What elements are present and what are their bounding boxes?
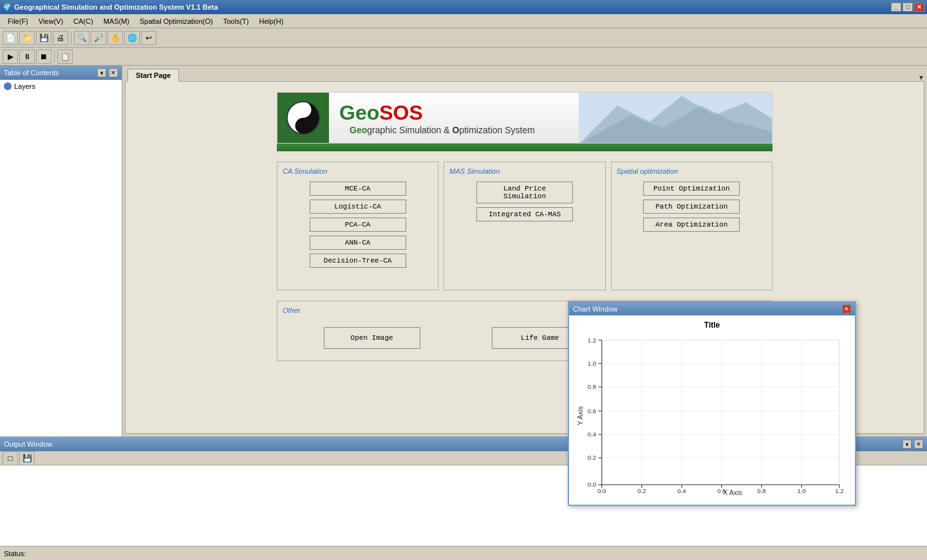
output-pin-button[interactable]: ♦ (903, 440, 912, 449)
layer-icon (4, 82, 12, 90)
toolbar-1: 📄📁💾🖨🔍🔎✋🌐↩ (0, 28, 927, 48)
open-image-button[interactable]: Open Image (324, 327, 420, 349)
ann-ca-button[interactable]: ANN-CA (310, 236, 406, 250)
logistic-ca-button[interactable]: Logistic-CA (310, 200, 406, 214)
close-button[interactable]: ✕ (914, 3, 924, 12)
new-btn[interactable]: 📄 (3, 31, 18, 45)
menu-bar: File(F)View(V)CA(C)MAS(M)Spatial Optimiz… (0, 14, 927, 28)
zoom-in-btn[interactable]: 🔍 (74, 31, 89, 45)
toolbar-sep (71, 32, 71, 44)
mas-simulation-title: MAS Simulation (449, 167, 599, 175)
toc-title: Table of Contents (4, 69, 59, 77)
yin-yang-icon (286, 101, 320, 135)
svg-text:0.6: 0.6 (717, 487, 726, 494)
maximize-button[interactable]: □ (903, 3, 913, 12)
pan-btn[interactable]: ✋ (108, 31, 123, 45)
toc-pin-button[interactable]: ♦ (97, 68, 106, 77)
menu-item-spatial[interactable]: Spatial Optimization(O) (135, 16, 218, 26)
back-btn[interactable]: ↩ (141, 31, 156, 45)
ca-simulation-title: CA Simulation (283, 167, 433, 175)
spatial-optimization-panel: Spatial optimization Point Optimization … (611, 162, 772, 290)
ca-simulation-panel: CA Simulation MCE-CA Logistic-CA PCA-CA … (277, 162, 438, 290)
chart-content: Title Y Axis X Axis (569, 315, 855, 505)
mce-ca-button[interactable]: MCE-CA (310, 182, 406, 196)
toc-layers-item: Layers (4, 82, 118, 90)
menu-item-help[interactable]: Help(H) (254, 16, 288, 26)
globe-btn[interactable]: 🌐 (124, 31, 140, 45)
banner-logo (277, 93, 329, 143)
status-bar: Status: (0, 546, 927, 560)
zoom-out-btn[interactable]: 🔎 (91, 31, 106, 45)
svg-text:1.0: 1.0 (588, 360, 596, 367)
toc-header-right: ♦ ✕ (97, 68, 118, 77)
svg-text:0.0: 0.0 (588, 481, 596, 488)
menu-item-tools[interactable]: Tools(T) (218, 16, 254, 26)
svg-text:0.0: 0.0 (597, 487, 606, 494)
spatial-optimization-title: Spatial optimization (617, 167, 767, 175)
chart-svg-container: Y Axis X Axis (574, 332, 850, 499)
output-toolbar-btn-1[interactable]: □ (3, 451, 18, 465)
svg-text:1.2: 1.2 (588, 337, 596, 344)
output-close-button[interactable]: ✕ (914, 440, 923, 449)
banner-title-text: GeoSOS (339, 101, 535, 125)
menu-item-view[interactable]: View(V) (33, 16, 68, 26)
output-header-right: ♦ ✕ (903, 440, 923, 449)
svg-text:0.2: 0.2 (588, 454, 596, 461)
open-btn[interactable]: 📁 (19, 31, 35, 45)
pca-ca-button[interactable]: PCA-CA (310, 218, 406, 232)
banner-sos: SOS (379, 101, 423, 124)
svg-point-2 (300, 123, 306, 129)
subtitle-opt: O (453, 125, 460, 135)
list-btn[interactable]: 📋 (57, 50, 73, 64)
svg-text:1.2: 1.2 (835, 487, 843, 494)
menu-item-ca[interactable]: CA(C) (68, 16, 98, 26)
land-price-button[interactable]: Land Price Simulation (476, 182, 573, 203)
toc-header: Table of Contents ♦ ✕ (0, 66, 122, 80)
point-optimization-button[interactable]: Point Optimization (643, 182, 740, 196)
mountain-svg (579, 93, 772, 143)
tab-strip: Start Page ▼ (122, 66, 927, 81)
svg-text:0.2: 0.2 (637, 487, 646, 494)
pause-btn[interactable]: ⏸ (19, 50, 35, 64)
tab-start-page[interactable]: Start Page (127, 69, 179, 82)
x-axis-label: X Axis (723, 489, 742, 496)
toc-close-button[interactable]: ✕ (109, 68, 118, 77)
chart-close-button[interactable]: ✕ (842, 304, 851, 313)
play-btn[interactable]: ▶ (3, 50, 18, 64)
decision-tree-ca-button[interactable]: Decision-Tree-CA (310, 254, 406, 268)
svg-point-1 (300, 107, 306, 113)
app-title: Geographical Simulation and Optimization… (14, 3, 218, 11)
minimize-button[interactable]: _ (891, 3, 901, 12)
toc-panel: Table of Contents ♦ ✕ Layers (0, 66, 122, 436)
banner-title: GeoSOS Geographic Simulation & Optimizat… (329, 93, 579, 143)
sections: CA Simulation MCE-CA Logistic-CA PCA-CA … (277, 162, 772, 290)
subtitle-graphic: graphic Simulation & (367, 125, 452, 135)
subtitle-rest: ptimization System (459, 125, 534, 135)
chart-title-bar: Chart Window ✕ (569, 303, 855, 315)
tab-right: ▼ (918, 74, 927, 81)
menu-item-mas[interactable]: MAS(M) (98, 16, 135, 26)
svg-rect-5 (602, 340, 839, 485)
save-btn[interactable]: 💾 (36, 31, 52, 45)
area-optimization-button[interactable]: Area Optimization (643, 218, 740, 232)
stop-btn[interactable]: ⏹ (36, 50, 52, 64)
toc-content: Layers (0, 80, 122, 436)
chart-window[interactable]: Chart Window ✕ Title Y Axis X Axis (568, 301, 856, 506)
title-bar: 🌍 Geographical Simulation and Optimizati… (0, 0, 927, 14)
y-axis-label: Y Axis (576, 406, 584, 425)
svg-text:0.4: 0.4 (588, 431, 597, 438)
app-icon: 🌍 (3, 3, 12, 12)
layers-label: Layers (14, 82, 35, 90)
banner-mountain (579, 93, 772, 143)
chart-window-title: Chart Window (573, 305, 617, 313)
svg-text:0.8: 0.8 (588, 383, 596, 390)
subtitle-geo: Geo (350, 125, 367, 135)
print-btn[interactable]: 🖨 (53, 31, 68, 45)
output-toolbar-btn-2[interactable]: 💾 (19, 451, 35, 465)
integrated-ca-mas-button[interactable]: Integrated CA-MAS (476, 207, 573, 221)
svg-text:0.8: 0.8 (757, 487, 765, 494)
status-label: Status: (4, 550, 26, 557)
path-optimization-button[interactable]: Path Optimization (643, 200, 740, 214)
tab-dropdown-arrow[interactable]: ▼ (918, 74, 924, 81)
menu-item-file[interactable]: File(F) (3, 16, 33, 26)
